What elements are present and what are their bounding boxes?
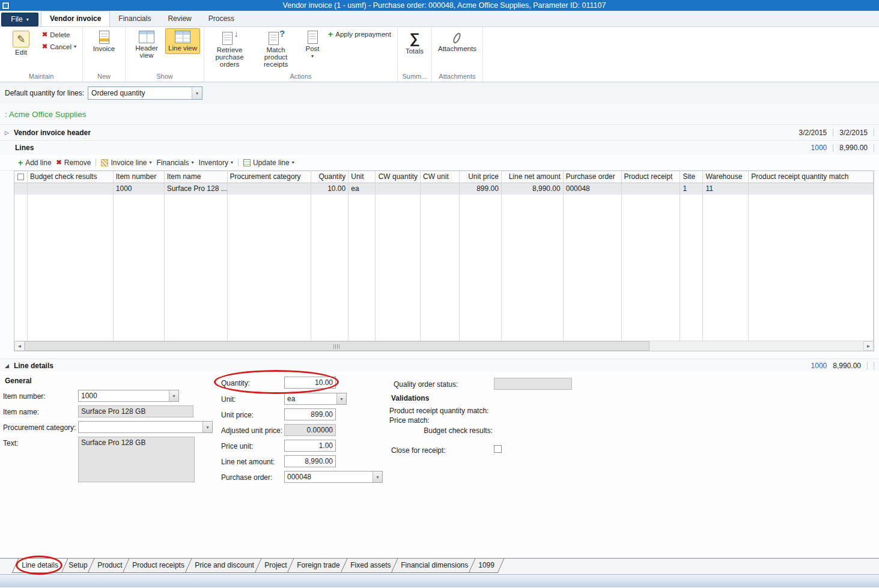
retrieve-purchase-orders-button[interactable]: ↓ Retrieve purchase orders [208, 28, 251, 70]
cell-warehouse[interactable]: 11 [703, 183, 749, 195]
line-view-button[interactable]: Line view [165, 28, 200, 54]
select-all-checkbox[interactable] [17, 174, 24, 180]
unit-price-field[interactable]: 899.00 [284, 408, 336, 420]
col-item-number[interactable]: Item number [114, 171, 165, 183]
remove-button[interactable]: ✖ Remove [56, 159, 91, 167]
cell-product-receipt[interactable] [622, 183, 681, 195]
horizontal-scrollbar[interactable]: ◄ ► [14, 341, 874, 351]
cell-product-receipt-quantity-match[interactable] [749, 183, 874, 195]
vendor-invoice-header-title: Vendor invoice header [14, 129, 91, 137]
totals-button[interactable]: ∑ Totals [401, 28, 428, 57]
vendor-invoice-header-section: ▷ Vendor invoice header 3/2/2015 3/2/201… [0, 124, 879, 140]
separator [874, 144, 874, 152]
tab-price-and-discount[interactable]: Price and discount [185, 559, 264, 573]
app-icon [2, 2, 10, 10]
col-unit-price[interactable]: Unit price [460, 171, 502, 183]
cell-unit-price[interactable]: 899.00 [460, 183, 502, 195]
apply-prepayment-button[interactable]: + Apply prepayment [326, 29, 394, 39]
cell-cw-unit[interactable] [421, 183, 460, 195]
col-cw-unit[interactable]: CW unit [421, 171, 460, 183]
purchase-order-field[interactable]: 000048 ▾ [284, 471, 383, 483]
update-line-menu-button[interactable]: Update line ▾ [243, 159, 294, 167]
unit-field[interactable]: ea ▾ [284, 393, 347, 405]
col-budget-check-results[interactable]: Budget check results [28, 171, 114, 183]
col-quantity[interactable]: Quantity [311, 171, 348, 183]
quality-order-status-label: Quality order status: [394, 380, 458, 389]
match-product-receipts-button[interactable]: ? Match product receipts [252, 28, 299, 70]
cell-item-number[interactable]: 1000 [114, 183, 165, 195]
select-all-cell[interactable] [14, 171, 28, 183]
tab-financial-dimensions[interactable]: Financial dimensions [391, 559, 478, 573]
price-unit-field[interactable]: 1.00 [284, 440, 336, 452]
cancel-button[interactable]: ✖ Cancel ▾ [40, 41, 79, 52]
cell-site[interactable]: 1 [680, 183, 703, 195]
chevron-down-icon[interactable]: ▾ [336, 393, 346, 404]
row-select-cell[interactable] [14, 183, 28, 195]
col-cw-quantity[interactable]: CW quantity [376, 171, 421, 183]
col-purchase-order[interactable]: Purchase order [564, 171, 622, 183]
tab-product-receipts[interactable]: Product receipts [123, 559, 194, 573]
add-line-button[interactable]: + Add line [18, 159, 52, 167]
invoice-line-menu-button[interactable]: Invoice line ▾ [101, 159, 151, 167]
line-details-ref-link[interactable]: 1000 [811, 362, 827, 370]
chevron-down-icon[interactable]: ▾ [373, 471, 382, 482]
col-product-receipt-quantity-match[interactable]: Product receipt quantity match [749, 171, 874, 183]
cell-line-net-amount[interactable]: 8,990.00 [502, 183, 564, 195]
group-label-actions: Actions [208, 72, 394, 82]
item-number-field[interactable]: 1000 ▾ [78, 390, 179, 402]
quantity-label: Quantity: [221, 379, 250, 387]
scroll-left-icon[interactable]: ◄ [14, 341, 25, 351]
col-procurement-category[interactable]: Procurement category [228, 171, 312, 183]
tab-process[interactable]: Process [200, 11, 243, 26]
cell-item-name[interactable]: Surface Pro 128 ... [165, 183, 228, 195]
post-button[interactable]: Post ▾ [300, 28, 324, 61]
collapse-arrow-icon[interactable]: ◢ [5, 363, 9, 369]
table-row[interactable]: 1000 Surface Pro 128 ... 10.00 ea 899.00… [14, 183, 874, 195]
close-for-receipt-checkbox[interactable] [494, 445, 502, 453]
chevron-down-icon[interactable]: ▾ [169, 390, 178, 401]
pencil-icon: ✎ [13, 31, 29, 47]
adjusted-unit-price-label: Adjusted unit price: [221, 426, 282, 435]
col-product-receipt[interactable]: Product receipt [622, 171, 681, 183]
group-label-attachments: Attachments [436, 72, 479, 82]
scrollbar-thumb[interactable] [25, 341, 649, 351]
delete-button[interactable]: ✖ Delete [40, 29, 79, 40]
col-line-net-amount[interactable]: Line net amount [502, 171, 564, 183]
procurement-category-field[interactable]: ▾ [78, 421, 213, 433]
col-item-name[interactable]: Item name [165, 171, 228, 183]
col-site[interactable]: Site [680, 171, 703, 183]
cell-budget-check-results[interactable] [28, 183, 114, 195]
tab-line-details[interactable]: Line details [12, 559, 68, 573]
ribbon-group-summary: ∑ Totals Summ... [398, 27, 432, 82]
cell-unit[interactable]: ea [348, 183, 376, 195]
inventory-menu-button[interactable]: Inventory ▾ [199, 159, 233, 167]
tab-1099[interactable]: 1099 [469, 559, 504, 573]
cell-purchase-order[interactable]: 000048 [564, 183, 622, 195]
attachments-button[interactable]: Attachments [436, 28, 479, 55]
col-warehouse[interactable]: Warehouse [703, 171, 749, 183]
edit-button[interactable]: ✎ Edit [4, 28, 38, 58]
cell-cw-quantity[interactable] [376, 183, 421, 195]
expand-arrow-icon[interactable]: ▷ [5, 130, 9, 136]
invoice-button[interactable]: Invoice [87, 28, 121, 55]
cell-quantity[interactable]: 10.00 [311, 183, 348, 195]
financials-menu-button[interactable]: Financials ▾ [157, 159, 194, 167]
scroll-right-icon[interactable]: ► [863, 341, 874, 351]
header-view-button[interactable]: Header view [129, 28, 164, 61]
cell-procurement-category[interactable] [228, 183, 312, 195]
quantity-field[interactable]: 10.00 [284, 377, 336, 389]
tab-vendor-invoice[interactable]: Vendor invoice [41, 11, 110, 26]
line-net-amount-field[interactable]: 8,990.00 [284, 455, 336, 467]
header-view-icon [139, 31, 154, 43]
chevron-down-icon[interactable]: ▾ [202, 422, 212, 432]
lines-amount: 8,990.00 [839, 144, 868, 152]
tab-financials[interactable]: Financials [110, 11, 159, 26]
col-unit[interactable]: Unit [348, 171, 376, 183]
tab-review[interactable]: Review [159, 11, 199, 26]
default-quantity-select[interactable]: Ordered quantity ▾ [88, 86, 202, 100]
lines-item-ref-link[interactable]: 1000 [811, 144, 827, 152]
text-field: Surface Pro 128 GB [78, 437, 195, 482]
tab-foreign-trade[interactable]: Foreign trade [287, 559, 350, 573]
file-menu-button[interactable]: File ▾ [1, 13, 38, 26]
group-label-maintain: Maintain [4, 72, 79, 82]
